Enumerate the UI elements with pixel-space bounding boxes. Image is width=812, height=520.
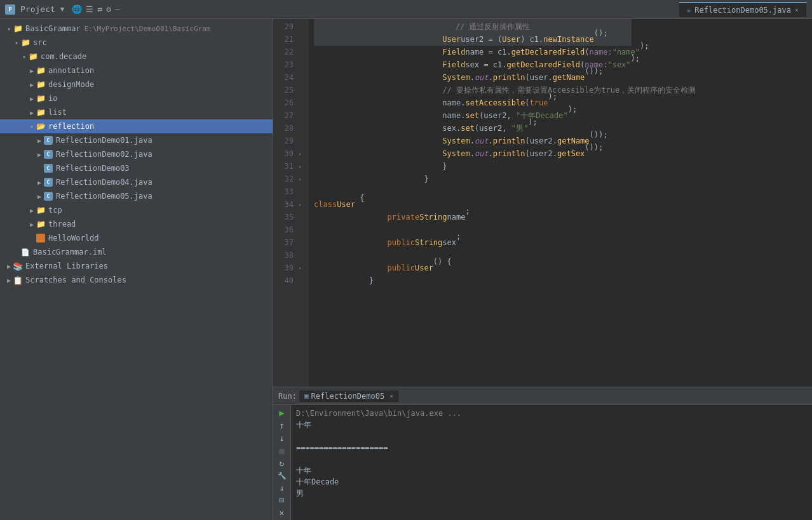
sidebar-item-list[interactable]: ▶ 📁 list: [0, 105, 273, 119]
expand-arrow: ▶: [28, 109, 36, 116]
run-toolbar: ▶ ↑ ↓ ■ ↻ 🔧 ⇓ ⊟ ✕: [273, 405, 291, 520]
folder-icon: 📁: [28, 51, 38, 62]
editor-area: 20 21 22 23 24 25 26 27 28 29 30 31 32 3…: [273, 19, 812, 387]
sidebar-item-basicgrammar[interactable]: ▾ 📁 BasicGrammar E:\MyProject\Demo001\Ba…: [0, 22, 273, 36]
run-filter-button[interactable]: ⊟: [275, 495, 289, 505]
expand-arrow: ▶: [36, 137, 43, 144]
expand-arrow: ▶: [28, 95, 36, 102]
run-stop-button[interactable]: ■: [275, 446, 289, 456]
folder-icon: 📁: [13, 23, 23, 34]
expand-arrow: ▶: [28, 81, 36, 88]
java-icon: C: [43, 177, 53, 187]
folder-icon: 📁: [36, 65, 46, 76]
sidebar-item-thread[interactable]: ▶ 📁 thread: [0, 217, 273, 231]
sidebar-item-helloworldd[interactable]: ▶ C HelloWorldd: [0, 231, 273, 245]
editor-tab-reflectiondemo05[interactable]: ☕ ReflectionDemo05.java ✕: [679, 2, 807, 17]
expand-arrow: ▾: [13, 39, 20, 46]
minimize-icon[interactable]: —: [115, 4, 120, 14]
output-line-8: 男: [296, 488, 807, 499]
sidebar-item-reflectiondemo01[interactable]: ▶ C ReflectionDemo01.java: [0, 133, 273, 147]
sidebar-item-designmode[interactable]: ▶ 📁 designMode: [0, 77, 273, 91]
sidebar-item-scratches[interactable]: ▶ 📋 Scratches and Consoles: [0, 273, 273, 287]
run-tab-label: ReflectionDemo05: [311, 392, 385, 401]
sidebar-item-annotation[interactable]: ▶ 📁 annotation: [0, 63, 273, 77]
sidebar-label-reflection: reflection: [48, 122, 94, 131]
output-line-2: 十年: [296, 419, 807, 430]
sidebar-item-reflectiondemo05[interactable]: ▶ C ReflectionDemo05.java: [0, 189, 273, 203]
expand-arrow: ▶: [28, 220, 36, 228]
java-icon: C: [43, 135, 53, 145]
gutter-icon-34: ▸: [299, 201, 302, 208]
tab-close-btn[interactable]: ✕: [795, 6, 799, 13]
sidebar-label-annotation: annotation: [48, 66, 94, 75]
sidebar-item-basicgrammar-iml[interactable]: ▶ 📄 BasicGrammar.iml: [0, 245, 273, 259]
sidebar-label-basicgrammar-iml: BasicGrammar.iml: [33, 248, 107, 257]
expand-arrow: ▶: [36, 150, 43, 158]
sidebar-label-helloworldd: HelloWorldd: [48, 234, 98, 243]
sidebar-item-tcp[interactable]: ▶ 📁 tcp: [0, 203, 273, 217]
run-tab-close[interactable]: ✕: [389, 392, 393, 399]
run-down-button[interactable]: ↓: [275, 433, 289, 443]
code-content[interactable]: // 通过反射操作属性 User user2 = (User) c1.newIn…: [309, 19, 812, 387]
sidebar-item-external-libraries[interactable]: ▶ 📚 External Libraries: [0, 259, 273, 273]
tab-label: ReflectionDemo05.java: [694, 6, 791, 15]
sidebar-label-designmode: designMode: [48, 80, 94, 89]
title-bar: P Project ▼ 🌐 ☰ ⇄ ⚙ — ☕ ReflectionDemo05…: [0, 0, 812, 19]
folder-icon: 📁: [36, 93, 46, 103]
run-close-button[interactable]: ✕: [275, 508, 289, 517]
code-line-39: public User() {: [314, 262, 812, 274]
output-line-3: [296, 430, 807, 442]
run-rerun-button[interactable]: ↻: [275, 458, 289, 468]
output-line-5: [296, 453, 807, 465]
split-icon[interactable]: ⇄: [97, 4, 102, 14]
run-up-button[interactable]: ↑: [275, 420, 289, 430]
scratches-icon: 📋: [13, 275, 23, 285]
sidebar-item-reflectiondemo03[interactable]: ▶ C ReflectionDemo03: [0, 161, 273, 175]
list-icon[interactable]: ☰: [86, 4, 93, 14]
sidebar-item-reflectiondemo04[interactable]: ▶ C ReflectionDemo04.java: [0, 175, 273, 189]
iml-icon: 📄: [20, 247, 30, 257]
java-icon: C: [43, 163, 53, 173]
code-line-38: [314, 249, 812, 262]
code-view: 20 21 22 23 24 25 26 27 28 29 30 31 32 3…: [273, 19, 812, 387]
project-icon: P: [5, 4, 15, 15]
java-orange-icon: C: [36, 233, 46, 243]
bottom-panel: Run: ▣ ReflectionDemo05 ✕ ▶ ↑ ↓ ■ ↻ 🔧 ⇓: [273, 387, 812, 520]
project-name[interactable]: Project: [20, 4, 55, 14]
folder-open-icon: 📂: [36, 121, 46, 131]
run-scroll-button[interactable]: ⇓: [275, 483, 289, 493]
output-line-1: D:\Environment\Java\bin\java.exe ...: [296, 408, 807, 419]
expand-arrow: ▶: [28, 67, 36, 74]
title-icons: 🌐 ☰ ⇄ ⚙ —: [72, 4, 119, 14]
sidebar-item-src[interactable]: ▾ 📁 src: [0, 36, 273, 50]
sidebar-item-comdecade[interactable]: ▾ 📁 com.decade: [0, 50, 273, 63]
line-numbers: 20 21 22 23 24 25 26 27 28 29 30 31 32 3…: [273, 19, 299, 387]
expand-arrow: ▶: [5, 276, 13, 284]
sidebar-label-list: list: [48, 108, 67, 117]
code-line-37: public String sex;: [314, 236, 812, 249]
expand-arrow: ▶: [36, 178, 43, 186]
code-line-34: class User {: [314, 198, 812, 211]
code-line-35: private String name;: [314, 211, 812, 223]
dropdown-arrow[interactable]: ▼: [60, 5, 65, 13]
run-wrench-button[interactable]: 🔧: [275, 470, 289, 480]
sidebar-item-reflectiondemo02[interactable]: ▶ C ReflectionDemo02.java: [0, 147, 273, 161]
run-tab-reflectiondemo05[interactable]: ▣ ReflectionDemo05 ✕: [299, 390, 398, 402]
sidebar-item-reflection[interactable]: ▾ 📂 reflection: [0, 119, 273, 133]
sidebar-label-thread: thread: [48, 220, 76, 229]
sidebar-label-reflectiondemo03: ReflectionDemo03: [56, 164, 130, 173]
output-line-6: 十年: [296, 465, 807, 476]
run-play-button[interactable]: ▶: [275, 408, 289, 418]
run-tab-icon: ▣: [304, 392, 309, 400]
output-line-4: ====================: [296, 442, 807, 453]
code-line-32: }: [314, 173, 812, 185]
sidebar-label-src: src: [33, 38, 47, 47]
output-line-7: 十年Decade: [296, 476, 807, 488]
settings-icon[interactable]: ⚙: [106, 4, 111, 14]
sidebar-item-io[interactable]: ▶ 📁 io: [0, 91, 273, 105]
path-hint: E:\MyProject\Demo001\BasicGram: [85, 25, 211, 33]
expand-arrow: ▾: [20, 53, 28, 60]
globe-icon[interactable]: 🌐: [72, 4, 82, 14]
lib-icon: 📚: [13, 261, 23, 271]
folder-icon: 📁: [36, 205, 46, 215]
